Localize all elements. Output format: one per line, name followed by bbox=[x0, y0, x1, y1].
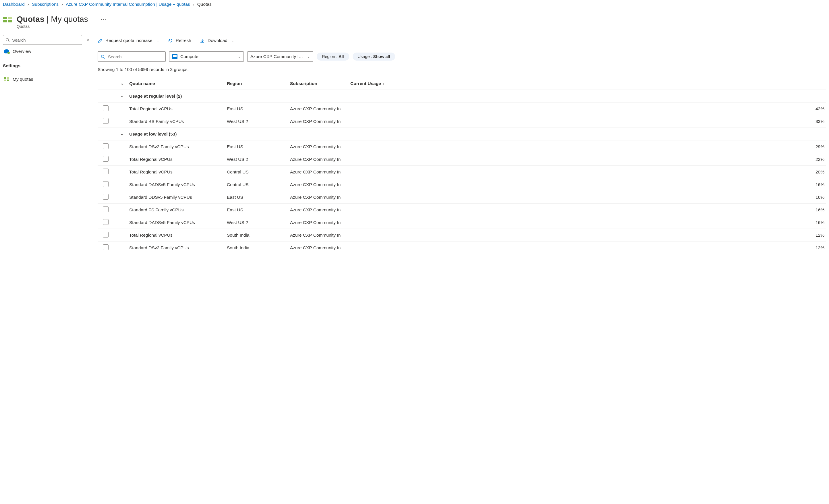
cell-quota-name: Standard DADSv5 Family vCPUs bbox=[129, 220, 227, 225]
download-icon bbox=[200, 38, 205, 43]
breadcrumb-dashboard[interactable]: Dashboard bbox=[3, 2, 25, 7]
cell-usage-pct: 16% bbox=[806, 220, 826, 225]
cell-region: West US 2 bbox=[227, 157, 290, 162]
cell-usage-pct: 12% bbox=[806, 232, 826, 238]
quotas-table: ⌄ Quota name Region Subscription Current… bbox=[98, 77, 826, 254]
request-quota-increase-button[interactable]: Request quota increase ⌄ bbox=[98, 38, 159, 43]
table-row[interactable]: Standard DSv2 Family vCPUsSouth IndiaAzu… bbox=[98, 242, 826, 254]
group-title: Usage at low level (53) bbox=[129, 132, 826, 137]
row-checkbox[interactable] bbox=[103, 244, 109, 250]
cell-region: East US bbox=[227, 144, 290, 149]
cell-quota-name: Standard DSv2 Family vCPUs bbox=[129, 245, 227, 250]
pill-value: All bbox=[338, 54, 344, 59]
provider-value: Compute bbox=[180, 54, 199, 59]
quotas-tile-icon bbox=[3, 15, 13, 25]
cell-region: South India bbox=[227, 232, 290, 238]
breadcrumb-subscriptions[interactable]: Subscriptions bbox=[32, 2, 59, 7]
svg-point-2 bbox=[101, 55, 104, 58]
sidebar-search[interactable] bbox=[3, 35, 82, 45]
row-checkbox[interactable] bbox=[103, 219, 109, 225]
group-header[interactable]: ⌄Usage at regular level (2) bbox=[98, 90, 826, 103]
chevron-right-icon: › bbox=[193, 2, 194, 7]
cell-quota-name: Standard DADSv5 Family vCPUs bbox=[129, 182, 227, 187]
cell-usage-pct: 16% bbox=[806, 195, 826, 200]
chevron-down-icon[interactable]: ⌄ bbox=[120, 94, 124, 98]
table-row[interactable]: Standard DDSv5 Family vCPUsEast USAzure … bbox=[98, 191, 826, 204]
table-row[interactable]: Standard DADSv5 Family vCPUsWest US 2Azu… bbox=[98, 216, 826, 229]
usage-filter-pill[interactable]: Usage : Show all bbox=[353, 52, 395, 61]
table-row[interactable]: Standard DSv2 Family vCPUsEast USAzure C… bbox=[98, 140, 826, 153]
download-button[interactable]: Download ⌄ bbox=[200, 38, 234, 43]
svg-line-3 bbox=[104, 58, 105, 59]
table-row[interactable]: Standard FS Family vCPUsEast USAzure CXP… bbox=[98, 204, 826, 216]
cloud-icon bbox=[4, 49, 9, 53]
filter-search[interactable] bbox=[98, 51, 166, 62]
row-checkbox[interactable] bbox=[103, 232, 109, 238]
table-row[interactable]: Total Regional vCPUsSouth IndiaAzure CXP… bbox=[98, 229, 826, 242]
row-checkbox[interactable] bbox=[103, 169, 109, 174]
cell-quota-name: Standard BS Family vCPUs bbox=[129, 119, 227, 124]
col-region[interactable]: Region bbox=[227, 81, 290, 86]
breadcrumb-quotas[interactable]: Quotas bbox=[197, 2, 212, 7]
cell-usage-pct: 16% bbox=[806, 182, 826, 187]
chevron-down-icon[interactable]: ⌄ bbox=[120, 132, 124, 136]
table-row[interactable]: Total Regional vCPUsCentral USAzure CXP … bbox=[98, 166, 826, 178]
row-checkbox[interactable] bbox=[103, 143, 109, 149]
sidebar-item-my-quotas[interactable]: My quotas bbox=[3, 73, 89, 86]
row-checkbox[interactable] bbox=[103, 105, 109, 111]
col-quota-name[interactable]: Quota name bbox=[129, 81, 227, 86]
page-header: Quotas | My quotas ⋯ bbox=[3, 9, 826, 25]
filter-bar: Compute ⌄ Azure CXP Community I… ⌄ Regio… bbox=[98, 48, 826, 65]
cmd-label: Refresh bbox=[176, 38, 191, 43]
table-row[interactable]: Standard BS Family vCPUsWest US 2Azure C… bbox=[98, 115, 826, 128]
cell-subscription: Azure CXP Community In bbox=[290, 119, 350, 124]
search-icon bbox=[5, 38, 10, 42]
cell-subscription: Azure CXP Community In bbox=[290, 232, 350, 238]
svg-point-0 bbox=[6, 38, 9, 41]
sidebar-section-settings: Settings bbox=[3, 58, 89, 71]
cell-quota-name: Standard FS Family vCPUs bbox=[129, 207, 227, 213]
subscription-value: Azure CXP Community I… bbox=[250, 54, 303, 59]
table-row[interactable]: Total Regional vCPUsEast USAzure CXP Com… bbox=[98, 103, 826, 115]
col-subscription[interactable]: Subscription bbox=[290, 81, 350, 86]
cell-region: South India bbox=[227, 245, 290, 250]
row-checkbox[interactable] bbox=[103, 194, 109, 200]
cell-quota-name: Total Regional vCPUs bbox=[129, 157, 227, 162]
cell-quota-name: Standard DDSv5 Family vCPUs bbox=[129, 195, 227, 200]
row-checkbox[interactable] bbox=[103, 207, 109, 212]
cell-quota-name: Total Regional vCPUs bbox=[129, 232, 227, 238]
collapse-sidebar-button[interactable]: « bbox=[87, 38, 89, 42]
table-row[interactable]: Total Regional vCPUsWest US 2Azure CXP C… bbox=[98, 153, 826, 166]
cell-usage-pct: 29% bbox=[806, 144, 826, 149]
table-header: ⌄ Quota name Region Subscription Current… bbox=[98, 77, 826, 90]
sort-desc-icon: ↓ bbox=[383, 82, 385, 85]
group-header[interactable]: ⌄Usage at low level (53) bbox=[98, 128, 826, 140]
breadcrumb-usage-quotas[interactable]: Azure CXP Community Internal Consumption… bbox=[66, 2, 190, 7]
collapse-all-button[interactable]: ⌄ bbox=[120, 81, 124, 85]
more-actions-button[interactable]: ⋯ bbox=[98, 15, 110, 23]
pill-value: Show all bbox=[373, 54, 390, 59]
cell-usage-pct: 42% bbox=[806, 106, 826, 111]
row-checkbox[interactable] bbox=[103, 118, 109, 124]
sidebar-search-input[interactable] bbox=[12, 38, 79, 42]
table-row[interactable]: Standard DADSv5 Family vCPUsCentral USAz… bbox=[98, 178, 826, 191]
sidebar-item-label: Overview bbox=[13, 49, 31, 54]
col-current-usage[interactable]: Current Usage↓ bbox=[350, 81, 806, 86]
cell-subscription: Azure CXP Community In bbox=[290, 170, 350, 175]
cell-region: East US bbox=[227, 195, 290, 200]
cmd-label: Request quota increase bbox=[105, 38, 152, 43]
filter-search-input[interactable] bbox=[108, 54, 163, 59]
sidebar-item-overview[interactable]: Overview bbox=[3, 45, 89, 58]
row-checkbox[interactable] bbox=[103, 156, 109, 162]
cell-region: West US 2 bbox=[227, 220, 290, 225]
subscription-dropdown[interactable]: Azure CXP Community I… ⌄ bbox=[247, 51, 313, 62]
provider-dropdown[interactable]: Compute ⌄ bbox=[169, 51, 244, 62]
cell-subscription: Azure CXP Community In bbox=[290, 144, 350, 149]
region-filter-pill[interactable]: Region : All bbox=[317, 52, 349, 61]
row-checkbox[interactable] bbox=[103, 181, 109, 187]
refresh-icon bbox=[168, 38, 173, 43]
sidebar: « Overview Settings My quotas bbox=[3, 35, 89, 254]
svg-line-1 bbox=[8, 41, 9, 42]
refresh-button[interactable]: Refresh bbox=[168, 38, 191, 43]
cell-subscription: Azure CXP Community In bbox=[290, 182, 350, 187]
